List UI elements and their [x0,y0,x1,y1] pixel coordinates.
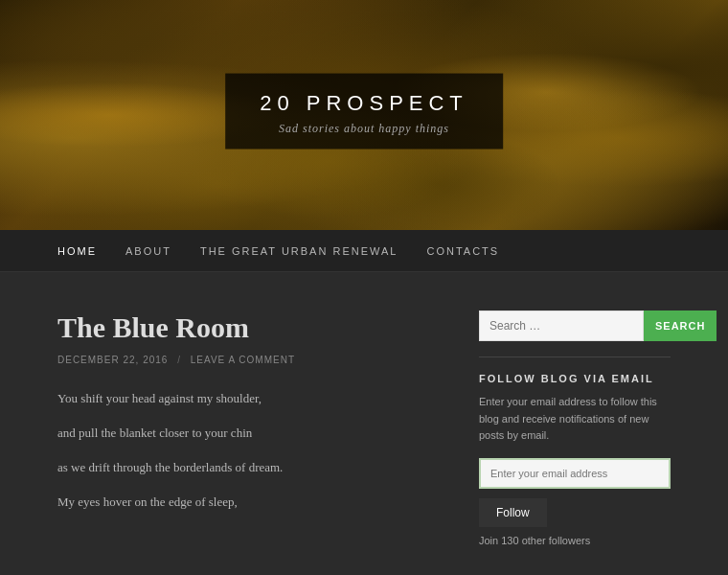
post-title: The Blue Room [57,310,441,345]
post-meta: DECEMBER 22, 2016 / LEAVE A COMMENT [57,355,441,365]
nav-item-home[interactable]: HOME [57,245,97,257]
nav-item-urban-renewal[interactable]: THE GREAT URBAN RENEWAL [200,245,398,257]
post-line-1: You shift your head against my shoulder, [57,388,441,409]
search-input[interactable] [479,310,644,341]
header-title-box: 20 PROSPECT Sad stories about happy thin… [225,74,503,150]
meta-separator: / [177,355,181,365]
follow-button[interactable]: Follow [479,498,547,527]
comment-link[interactable]: LEAVE A COMMENT [191,355,295,365]
post-line-2: and pull the blanket closer to your chin [57,423,441,444]
post-line-5: My eyes hover on the edge of sleep, [57,492,441,513]
followers-count: Join 130 other followers [479,535,671,546]
search-button[interactable]: SEARCH [644,310,717,341]
site-header: 20 PROSPECT Sad stories about happy thin… [0,0,728,230]
follow-description: Enter your email address to follow this … [479,394,671,445]
main-nav: HOME ABOUT THE GREAT URBAN RENEWAL CONTA… [0,230,728,272]
sidebar: SEARCH FOLLOW BLOG VIA EMAIL Enter your … [479,310,671,546]
nav-item-about[interactable]: ABOUT [125,245,171,257]
site-title: 20 PROSPECT [260,91,468,116]
content-wrapper: The Blue Room DECEMBER 22, 2016 / LEAVE … [0,272,728,575]
email-input[interactable] [479,458,671,489]
post-body: You shift your head against my shoulder,… [57,388,441,513]
nav-item-contacts[interactable]: CONTACTS [426,245,499,257]
site-subtitle: Sad stories about happy things [260,122,468,136]
post-line-3: as we drift through the borderlands of d… [57,457,441,478]
main-content: The Blue Room DECEMBER 22, 2016 / LEAVE … [57,310,441,546]
post-date: DECEMBER 22, 2016 [57,355,168,365]
search-box: SEARCH [479,310,671,341]
sidebar-divider [479,356,671,357]
follow-section-title: FOLLOW BLOG VIA EMAIL [479,373,671,384]
